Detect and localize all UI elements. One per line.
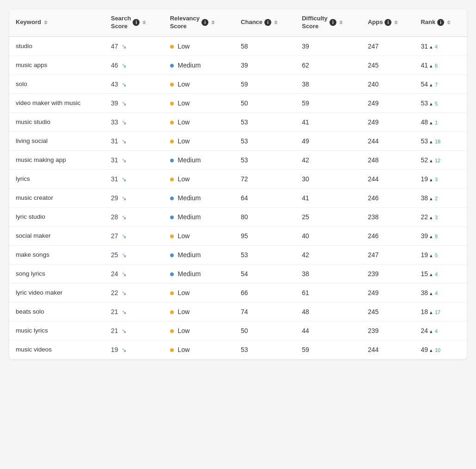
keyword-cell: lyrics [9,169,104,188]
search-score-cell: 47 ↘ [104,37,164,56]
table-row: music studio 33 ↘ Low 53 41 249 48 ▴ 1 [9,112,467,131]
info-rank-icon[interactable]: i [437,19,444,26]
chance-cell: 53 [234,340,295,359]
col-chance[interactable]: Chan­ce i [234,9,295,37]
rank-cell: 41 ▴ 6 [414,56,467,74]
rank-change: 5 [435,253,438,258]
relevancy-dot [170,291,174,295]
trend-icon[interactable]: ↘ [122,327,127,334]
sort-chance[interactable] [274,20,278,25]
difficulty-cell: 39 [295,37,361,56]
difficulty-cell: 44 [295,321,361,340]
rank-change: 4 [435,328,438,334]
sort-down-icon [44,23,48,25]
relevancy-cell: Low [164,112,234,131]
trend-icon[interactable]: ↘ [122,290,127,296]
search-score-cell: 43 ↘ [104,74,164,93]
sort-rank[interactable] [447,20,451,25]
info-difficulty-icon[interactable]: i [330,19,336,26]
rank-cell: 54 ▴ 7 [414,74,467,93]
rank-cell: 24 ▴ 4 [414,321,467,340]
chance-cell: 95 [234,226,295,245]
chance-cell: 64 [234,188,295,207]
difficulty-cell: 59 [295,93,361,112]
trend-icon[interactable]: ↘ [122,100,127,107]
chance-cell: 53 [234,245,295,264]
difficulty-cell: 41 [295,188,361,207]
rank-value: 49 [421,346,428,353]
trend-icon[interactable]: ↘ [122,309,127,315]
keyword-cell: video maker with music [9,93,104,112]
trend-icon[interactable]: ↘ [122,81,127,88]
col-keyword[interactable]: Keyword [9,9,104,37]
table-row: lyrics 31 ↘ Low 72 30 244 19 ▴ 3 [9,169,467,188]
trend-icon[interactable]: ↘ [122,346,127,353]
trend-icon[interactable]: ↘ [122,157,127,164]
sort-search-score[interactable] [142,20,146,25]
relevancy-label: Low [178,346,190,353]
sort-down-icon [447,23,451,25]
apps-cell: 245 [361,56,414,74]
table-row: song lyrics 24 ↘ Medium 54 38 239 15 ▴ 4 [9,264,467,283]
trend-icon[interactable]: ↘ [122,138,127,145]
search-score-cell: 21 ↘ [104,321,164,340]
sort-keyword[interactable] [44,20,48,25]
relevancy-label: Low [178,43,190,50]
info-search-score-icon[interactable]: i [133,19,140,26]
trend-icon[interactable]: ↘ [122,271,127,278]
keyword-cell: music making app [9,150,104,169]
col-relevancy-score[interactable]: RelevancyScore i [164,9,234,37]
difficulty-cell: 49 [295,131,361,150]
rank-cell: 31 ▴ 4 [414,37,467,56]
table-row: make songs 25 ↘ Medium 53 42 247 19 ▴ 5 [9,245,467,264]
table-row: studio 47 ↘ Low 58 39 247 31 ▴ 4 [9,37,467,56]
apps-cell: 247 [361,37,414,56]
relevancy-cell: Low [164,37,234,56]
trend-icon[interactable]: ↘ [122,252,127,259]
sort-relevancy[interactable] [211,20,215,25]
difficulty-cell: 38 [295,264,361,283]
search-score-cell: 27 ↘ [104,226,164,245]
trend-icon[interactable]: ↘ [122,233,127,240]
trend-icon[interactable]: ↘ [122,43,127,50]
relevancy-label: Low [178,232,190,240]
sort-difficulty[interactable] [339,20,343,25]
trend-icon[interactable]: ↘ [122,62,127,69]
relevancy-label: Low [178,99,190,107]
trend-icon[interactable]: ↘ [122,195,127,202]
keyword-cell: music creator [9,188,104,207]
rank-cell: 53 ▴ 18 [414,131,467,150]
table-row: music lyrics 21 ↘ Low 50 44 239 24 ▴ 4 [9,321,467,340]
col-apps[interactable]: Apps i [361,9,414,37]
search-score-cell: 21 ↘ [104,302,164,321]
relevancy-cell: Low [164,321,234,340]
rank-cell: 38 ▴ 2 [414,188,467,207]
difficulty-cell: 41 [295,112,361,131]
apps-cell: 245 [361,302,414,321]
rank-cell: 38 ▴ 4 [414,283,467,302]
info-apps-icon[interactable]: i [384,19,391,26]
rank-change: 10 [435,347,440,353]
sort-apps[interactable] [394,20,398,25]
trend-icon[interactable]: ↘ [122,214,127,221]
sort-down-icon [394,23,398,25]
col-rank[interactable]: Rank i [414,9,467,37]
info-chance-icon[interactable]: i [264,19,271,26]
search-score-cell: 31 ↘ [104,150,164,169]
relevancy-label: Medium [178,156,201,164]
relevancy-cell: Medium [164,188,234,207]
search-score-cell: 28 ↘ [104,207,164,226]
col-search-score[interactable]: SearchScore i [104,9,164,37]
relevancy-dot [170,140,174,143]
search-score-cell: 33 ↘ [104,112,164,131]
rank-value: 54 [421,80,428,88]
col-difficulty-score[interactable]: DifficultyScore i [295,9,361,37]
sort-up-icon [44,20,48,22]
trend-icon[interactable]: ↘ [122,119,127,126]
table-row: music creator 29 ↘ Medium 64 41 246 38 ▴… [9,188,467,207]
keyword-table: Keyword SearchScore i [9,9,467,359]
info-relevancy-icon[interactable]: i [201,19,208,26]
trend-icon[interactable]: ↘ [122,176,127,183]
relevancy-dot [170,329,174,333]
difficulty-cell: 62 [295,56,361,74]
